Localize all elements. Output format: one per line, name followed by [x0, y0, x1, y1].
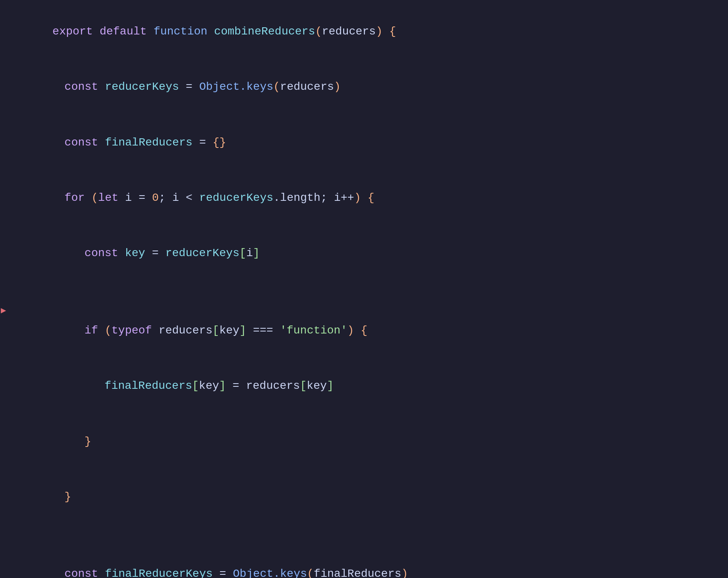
token-paren: ( — [315, 25, 322, 38]
code-line-5: const key = reducerKeys[i] — [0, 226, 728, 281]
code-line-3: const finalReducers = {} — [0, 115, 728, 170]
token-fn-name: combineReducers — [214, 25, 315, 38]
token-space — [382, 25, 389, 38]
code-line-7: if (typeof reducers[key] === 'function')… — [0, 303, 728, 358]
code-line-6 — [0, 281, 728, 303]
code-line-10: } — [0, 469, 728, 525]
code-line-4: for (let i = 0; i < reducerKeys.length; … — [0, 170, 728, 226]
token-paren-close: ) — [376, 25, 382, 38]
code-line-2: const reducerKeys = Object.keys(reducers… — [0, 59, 728, 115]
code-line-12: const finalReducerKeys = Object.keys(fin… — [0, 547, 728, 578]
code-line-1: export default function combineReducers(… — [0, 4, 728, 59]
token-function-kw: function — [154, 25, 214, 38]
token-brace: { — [389, 25, 396, 38]
token-export: export — [53, 25, 100, 38]
token-param: reducers — [322, 25, 376, 38]
code-line-11 — [0, 525, 728, 547]
code-line-9: } — [0, 414, 728, 469]
code-line-8: finalReducers[key] = reducers[key] — [0, 358, 728, 414]
code-editor: export default function combineReducers(… — [0, 0, 728, 578]
token-default: default — [99, 25, 153, 38]
